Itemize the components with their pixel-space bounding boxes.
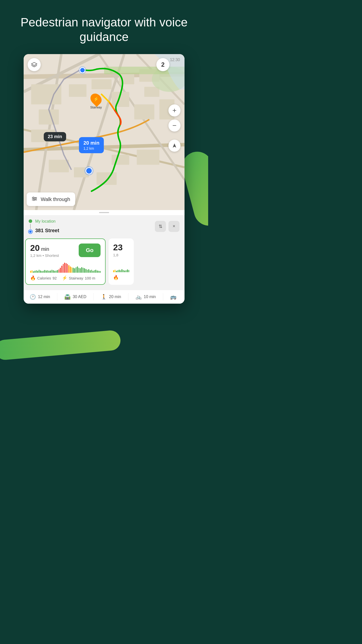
elevation-bar (74, 268, 75, 273)
elevation-bar (123, 270, 124, 272)
walk-icon: 🚶 (101, 294, 107, 300)
elevation-bar (44, 270, 45, 273)
tab-divider-2 (94, 293, 94, 301)
elevation-bar (85, 269, 86, 273)
elevation-bar (59, 269, 60, 273)
elevation-bar (84, 268, 85, 273)
elevation-bar (127, 269, 128, 272)
elevation-bar (63, 264, 64, 273)
calories-value: 92 (53, 276, 57, 280)
stairway-icon: ⚡ (62, 275, 67, 281)
elevation-bar (54, 271, 55, 273)
zoom-out-button[interactable]: − (168, 119, 180, 132)
tab-walk[interactable]: 🚶 20 min (101, 294, 121, 300)
tab-walking-time-label: 12 min (38, 295, 50, 299)
destination-label: 381 Street (35, 228, 152, 233)
alternate-route-time: 23 min (44, 132, 66, 141)
go-button[interactable]: Go (79, 244, 101, 257)
elevation-bar (90, 270, 91, 273)
destination-dot (29, 230, 32, 233)
elevation-bar (30, 271, 31, 273)
route-time-2: 23 (113, 243, 129, 252)
tab-bike-label: 10 min (144, 295, 156, 299)
svg-rect-16 (144, 87, 159, 97)
zoom-in-button[interactable]: + (168, 104, 180, 116)
svg-point-31 (35, 198, 36, 199)
elevation-bar (126, 270, 127, 272)
swap-route-button[interactable]: ⇅ (155, 221, 166, 232)
elevation-bar (43, 271, 44, 273)
elevation-bar (73, 268, 74, 273)
elevation-bar (52, 270, 53, 273)
tab-bike[interactable]: 🚲 10 min (135, 294, 156, 300)
time-unit-1: min (40, 246, 49, 252)
origin-label: My location (35, 219, 152, 224)
tab-bus[interactable]: 🚌 (170, 294, 178, 300)
main-route-time-bubble: 20 min 1,2 km (79, 137, 104, 153)
svg-rect-22 (97, 172, 117, 185)
elevation-bar (40, 270, 41, 273)
stairway-dist-value: 100 m (85, 276, 95, 280)
svg-rect-20 (49, 160, 69, 172)
stairway-label-2: Stairway (69, 276, 83, 280)
elevation-bar (119, 270, 120, 272)
elevation-bar (33, 271, 34, 273)
start-location-dot (79, 67, 85, 73)
route-text: My location 381 Street (35, 219, 152, 233)
layers-button[interactable] (28, 58, 41, 71)
tab-divider-4 (163, 293, 163, 301)
bus-icon: 🚌 (170, 294, 176, 300)
elevation-bar (93, 271, 94, 273)
tab-taxi[interactable]: 🛣️ 30 AED (64, 294, 86, 300)
origin-dot (29, 219, 32, 223)
route-option-1[interactable]: 20 min 1,2 km • Shortest Go 🔥 Calories 9… (25, 238, 106, 285)
elevation-bar (47, 270, 48, 273)
stairway-item: ⚡ Stairway 100 m (62, 275, 95, 281)
svg-rect-12 (69, 84, 86, 97)
elevation-bar (56, 270, 57, 273)
elevation-bar (57, 270, 58, 273)
route-options: 20 min 1,2 km • Shortest Go 🔥 Calories 9… (24, 236, 185, 287)
map-area: 12:30 2 ⚡ Stairway + − (24, 54, 185, 210)
elevation-bar (113, 270, 114, 272)
elevation-bar (67, 264, 68, 273)
road-icon: 🛣️ (64, 294, 71, 300)
svg-point-30 (33, 197, 34, 198)
route-time-1: 20 min (30, 243, 59, 253)
elevation-bar (117, 270, 118, 272)
elevation-bar (36, 270, 37, 273)
tab-taxi-label: 30 AED (73, 295, 86, 299)
elevation-bar (115, 270, 116, 272)
elevation-bar (91, 270, 92, 273)
elevation-bar (87, 270, 88, 273)
elevation-bar (120, 270, 121, 272)
elevation-bar (128, 270, 129, 272)
svg-rect-23 (112, 155, 129, 165)
route-dots (29, 219, 32, 233)
elevation-bar (60, 268, 61, 273)
filter-icon (32, 196, 37, 203)
elevation-bar (53, 270, 54, 273)
svg-rect-18 (134, 104, 154, 119)
elevation-bar (100, 271, 101, 273)
route-option-2[interactable]: 23 1,8 🔥 (109, 238, 134, 285)
tab-divider-3 (128, 293, 128, 301)
tab-divider-1 (57, 293, 57, 301)
tab-walking-time[interactable]: 🕐 12 min (30, 294, 50, 300)
calories-icon: 🔥 (30, 275, 36, 281)
walk-through-bar[interactable]: Walk through (27, 192, 75, 206)
elevation-bar (70, 266, 71, 273)
elevation-bar (71, 267, 72, 273)
elevation-bar (41, 271, 42, 273)
elevation-bar (124, 270, 125, 272)
elevation-chart-1 (30, 260, 101, 273)
bike-icon: 🚲 (135, 294, 142, 300)
elevation-bar (97, 270, 98, 273)
route-count-badge: 2 (156, 58, 169, 71)
center-location-button[interactable] (168, 140, 180, 152)
elevation-bar (95, 270, 96, 273)
svg-point-32 (33, 199, 35, 201)
close-route-button[interactable]: × (168, 221, 179, 232)
page-title: Pedestrian navigator with voice guidance (0, 0, 208, 54)
svg-rect-9 (31, 84, 61, 104)
